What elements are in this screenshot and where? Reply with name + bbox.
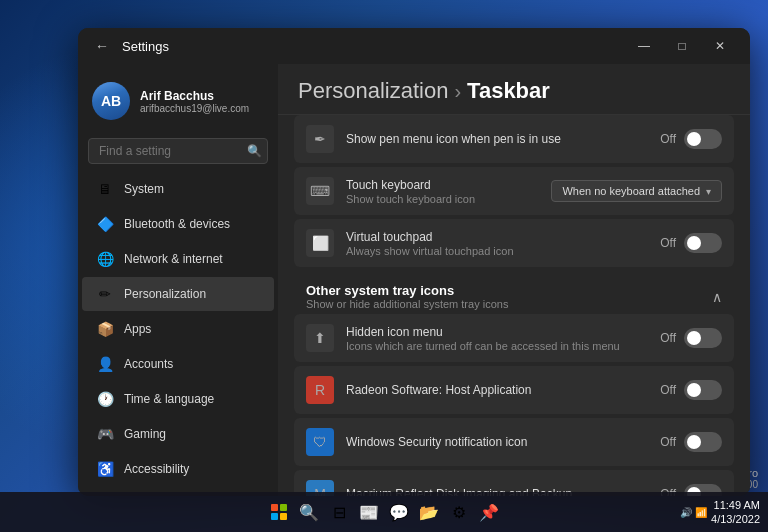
taskbar-clock[interactable]: 11:49 AM 4/13/2022 (711, 498, 760, 527)
virtual-touchpad-toggle-thumb (687, 236, 701, 250)
search-input[interactable] (88, 138, 268, 164)
settings-taskbar-icon: ⚙ (449, 502, 469, 522)
chevron-down-icon: ▾ (706, 186, 711, 197)
windows-security-toggle[interactable] (684, 432, 722, 452)
breadcrumb: Personalization › Taskbar (298, 78, 730, 104)
virtual-touchpad-text: Virtual touchpadAlways show virtual touc… (346, 230, 660, 257)
window-controls: — □ ✕ (626, 32, 738, 60)
touch-keyboard-icon: ⌨ (306, 177, 334, 205)
close-button[interactable]: ✕ (702, 32, 738, 60)
breadcrumb-parent[interactable]: Personalization (298, 78, 448, 104)
hidden-icon-menu-control: Off (660, 328, 722, 348)
other-tray-section-header: Other system tray icons Show or hide add… (294, 271, 734, 314)
clock-date: 4/13/2022 (711, 512, 760, 526)
search-box: 🔍 (88, 138, 268, 164)
breadcrumb-separator: › (454, 80, 461, 103)
touch-keyboard-dropdown-value: When no keyboard attached (562, 185, 700, 197)
section-chevron-icon[interactable]: ∧ (712, 289, 722, 305)
gaming-nav-icon: 🎮 (96, 425, 114, 443)
section-title: Other system tray icons (306, 283, 508, 298)
minimize-button[interactable]: — (626, 32, 662, 60)
touch-keyboard-control: When no keyboard attached▾ (551, 180, 722, 202)
virtual-touchpad-title: Virtual touchpad (346, 230, 660, 244)
sidebar-item-network[interactable]: 🌐Network & internet (82, 242, 274, 276)
windows-security-icon: 🛡 (306, 428, 334, 456)
avatar: AB (92, 82, 130, 120)
section-title-block: Other system tray icons Show or hide add… (306, 283, 508, 310)
hidden-icon-menu-toggle-thumb (687, 331, 701, 345)
touch-keyboard-title: Touch keyboard (346, 178, 551, 192)
section-subtitle: Show or hide additional system tray icon… (306, 298, 508, 310)
radeon-toggle[interactable] (684, 380, 722, 400)
start-button[interactable] (266, 499, 292, 525)
personalization-nav-label: Personalization (124, 287, 206, 301)
sidebar-item-personalization[interactable]: ✏Personalization (82, 277, 274, 311)
virtual-touchpad-toggle[interactable] (684, 233, 722, 253)
window-title: Settings (122, 39, 626, 54)
chat-icon: 💬 (389, 502, 409, 522)
hidden-icon-menu-text: Hidden icon menuIcons which are turned o… (346, 325, 660, 352)
pin-button[interactable]: 📌 (476, 499, 502, 525)
system-nav-icon: 🖥 (96, 180, 114, 198)
sidebar-item-apps[interactable]: 📦Apps (82, 312, 274, 346)
profile-section[interactable]: AB Arif Bacchus arifbacchus19@live.com (78, 72, 278, 130)
windows-security-status: Off (660, 435, 676, 449)
sidebar-item-bluetooth[interactable]: 🔷Bluetooth & devices (82, 207, 274, 241)
accessibility-nav-label: Accessibility (124, 462, 189, 476)
virtual-touchpad-status: Off (660, 236, 676, 250)
settings-body: AB Arif Bacchus arifbacchus19@live.com 🔍… (78, 64, 750, 496)
volume-icon[interactable]: 🔊 (680, 507, 692, 518)
touch-keyboard-dropdown[interactable]: When no keyboard attached▾ (551, 180, 722, 202)
windows-logo-icon (271, 504, 287, 520)
settings-taskbar-button[interactable]: ⚙ (446, 499, 472, 525)
radeon-control: Off (660, 380, 722, 400)
windows-security-text: Windows Security notification icon (346, 435, 660, 449)
sidebar-item-system[interactable]: 🖥System (82, 172, 274, 206)
setting-row-windows-security: 🛡Windows Security notification iconOff (294, 418, 734, 466)
tray-rows: ⬆Hidden icon menuIcons which are turned … (294, 314, 734, 496)
setting-row-pen-menu: ✒Show pen menu icon when pen is in useOf… (294, 115, 734, 163)
sidebar-item-accounts[interactable]: 👤Accounts (82, 347, 274, 381)
accessibility-nav-icon: ♿ (96, 460, 114, 478)
sidebar-item-gaming[interactable]: 🎮Gaming (82, 417, 274, 451)
main-content: Personalization › Taskbar ✒Show pen menu… (278, 64, 750, 496)
back-button[interactable]: ← (90, 34, 114, 58)
search-taskbar-icon: 🔍 (299, 502, 319, 522)
network-icon[interactable]: 📶 (695, 507, 707, 518)
pen-menu-toggle[interactable] (684, 129, 722, 149)
touch-keyboard-subtitle: Show touch keyboard icon (346, 193, 551, 205)
hidden-icon-menu-title: Hidden icon menu (346, 325, 660, 339)
settings-rows: ✒Show pen menu icon when pen is in useOf… (294, 115, 734, 267)
apps-nav-icon: 📦 (96, 320, 114, 338)
pen-menu-icon: ✒ (306, 125, 334, 153)
breadcrumb-current: Taskbar (467, 78, 550, 104)
system-tray: 🔊 📶 (680, 507, 707, 518)
pen-menu-title: Show pen menu icon when pen is in use (346, 132, 660, 146)
chat-button[interactable]: 💬 (386, 499, 412, 525)
widgets-button[interactable]: 📰 (356, 499, 382, 525)
hidden-icon-menu-icon: ⬆ (306, 324, 334, 352)
bluetooth-nav-icon: 🔷 (96, 215, 114, 233)
setting-row-hidden-icon-menu: ⬆Hidden icon menuIcons which are turned … (294, 314, 734, 362)
profile-info: Arif Bacchus arifbacchus19@live.com (140, 89, 249, 114)
sidebar-item-time[interactable]: 🕐Time & language (82, 382, 274, 416)
widgets-icon: 📰 (359, 502, 379, 522)
bluetooth-nav-label: Bluetooth & devices (124, 217, 230, 231)
sidebar-item-accessibility[interactable]: ♿Accessibility (82, 452, 274, 486)
profile-email: arifbacchus19@live.com (140, 103, 249, 114)
search-taskbar-button[interactable]: 🔍 (296, 499, 322, 525)
search-icon[interactable]: 🔍 (247, 144, 262, 158)
hidden-icon-menu-status: Off (660, 331, 676, 345)
taskview-button[interactable]: ⊟ (326, 499, 352, 525)
virtual-touchpad-control: Off (660, 233, 722, 253)
file-explorer-icon: 📂 (419, 502, 439, 522)
hidden-icon-menu-toggle[interactable] (684, 328, 722, 348)
hidden-icon-menu-subtitle: Icons which are turned off can be access… (346, 340, 660, 352)
avatar-initials: AB (92, 82, 130, 120)
pin-icon: 📌 (479, 502, 499, 522)
touch-keyboard-text: Touch keyboardShow touch keyboard icon (346, 178, 551, 205)
network-nav-label: Network & internet (124, 252, 223, 266)
file-explorer-button[interactable]: 📂 (416, 499, 442, 525)
radeon-text: Radeon Software: Host Application (346, 383, 660, 397)
maximize-button[interactable]: □ (664, 32, 700, 60)
